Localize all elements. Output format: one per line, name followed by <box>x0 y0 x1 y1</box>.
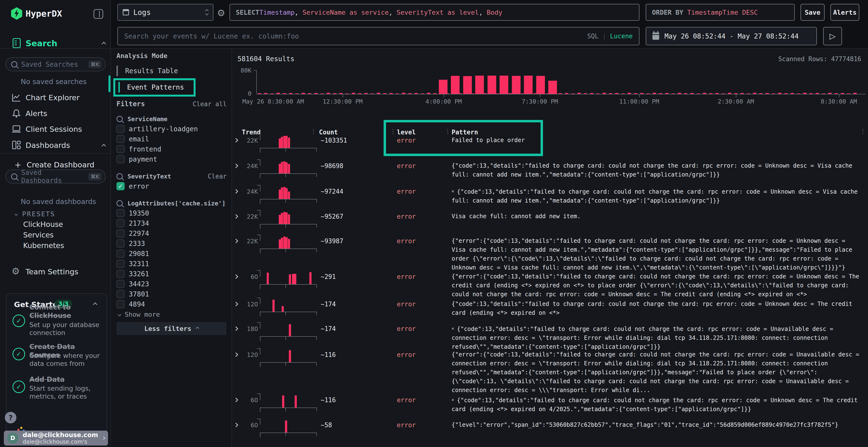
table-row[interactable]: 180~174error×{"code":13,"details":"faile… <box>232 325 868 328</box>
date-range-picker[interactable]: May 26 08:52:44 - May 27 08:52:44 <box>646 27 817 45</box>
table-row[interactable]: 22K~93987error{"error":{"code":13,"detai… <box>232 238 868 240</box>
saved-dashboards-input[interactable]: Saved Dashboards ⌘K <box>5 170 105 183</box>
filter-option-label: 29081 <box>129 250 149 258</box>
sidebar-item-team-settings[interactable]: Team Settings <box>26 267 79 276</box>
column-header-trend[interactable]: Trend <box>242 129 261 136</box>
order-by-input[interactable]: ORDER BY TimestampTime DESC <box>646 4 795 21</box>
sidebar-item-alerts[interactable]: Alerts <box>26 109 47 118</box>
clear-filter-button[interactable]: Clear <box>208 173 227 180</box>
sidebar-item-services[interactable]: Services <box>23 231 54 239</box>
save-button[interactable]: Save <box>801 4 825 21</box>
checkbox[interactable] <box>117 260 125 268</box>
table-row[interactable]: 24K~98698error{"code":13,"details":"fail… <box>232 163 868 165</box>
histogram-bar[interactable] <box>475 76 484 94</box>
search-icon[interactable] <box>117 173 123 179</box>
histogram-bar[interactable] <box>536 76 545 94</box>
histogram-bar[interactable] <box>463 76 472 94</box>
search-collapse-chevron-icon[interactable] <box>101 42 106 46</box>
checkbox[interactable] <box>117 280 125 288</box>
less-filters-button[interactable]: Less filters <box>117 322 226 335</box>
histogram-bar[interactable] <box>439 80 447 94</box>
histogram-bar[interactable] <box>488 76 496 94</box>
filter-option-2333[interactable]: 2333 <box>117 238 227 248</box>
checkbox[interactable] <box>117 239 125 248</box>
filter-option-error[interactable]: ✓error <box>117 181 227 191</box>
collapse-sidebar-icon[interactable] <box>94 9 103 19</box>
histogram-bar[interactable] <box>451 76 460 94</box>
checkbox[interactable] <box>117 300 125 308</box>
table-row[interactable]: 60~291error{"error":{"code":13,"details"… <box>232 274 868 276</box>
filter-option-payment[interactable]: payment <box>117 154 227 164</box>
mini-bar <box>596 94 600 94</box>
filter-option-4894[interactable]: 4894 <box>117 299 227 309</box>
mini-bar <box>734 93 738 94</box>
filter-option-21734[interactable]: 21734 <box>117 218 227 228</box>
spark-bar <box>288 192 290 199</box>
table-row[interactable]: 120~116error{"error":{"code":13,"details… <box>232 352 868 354</box>
histogram-bar[interactable] <box>548 81 557 94</box>
sidebar-item-kubernetes[interactable]: Kubernetes <box>23 241 64 250</box>
checkbox[interactable] <box>117 135 125 143</box>
filter-option-22974[interactable]: 22974 <box>117 228 227 238</box>
sidebar-item-clickhouse[interactable]: ClickHouse <box>23 220 63 229</box>
user-menu[interactable]: D dale@clickhouse.com dale@clickhouse.co… <box>4 431 108 446</box>
dashboards-collapse-chevron-icon[interactable] <box>101 144 106 148</box>
presets-toggle[interactable]: PRESETS <box>15 210 55 218</box>
mode-event-patterns[interactable]: Event Patterns <box>118 82 184 93</box>
checkbox[interactable] <box>117 209 125 217</box>
lucene-search-input[interactable]: Search your events w/ Lucene ex. column:… <box>117 27 640 45</box>
filter-option-29081[interactable]: 29081 <box>117 248 227 259</box>
table-row[interactable]: 24K~97244error×{"code":13,"details":"fai… <box>232 188 868 191</box>
lucene-language-toggle[interactable]: Lucene <box>610 33 633 40</box>
sidebar-item-chart-explorer[interactable]: Chart Explorer <box>26 93 80 102</box>
filter-option-email[interactable]: email <box>117 134 227 144</box>
histogram-bar[interactable] <box>524 76 533 94</box>
sidebar-scrollbar-thumb[interactable] <box>108 75 111 92</box>
mini-bar <box>258 93 261 94</box>
create-dashboard-button[interactable]: + Create Dashboard <box>14 160 94 170</box>
sidebar-item-dashboards[interactable]: Dashboards <box>26 141 70 149</box>
column-header-count[interactable]: Count <box>319 129 338 136</box>
checkbox[interactable] <box>117 290 125 298</box>
histogram-bar[interactable] <box>500 76 508 94</box>
sidebar-item-search[interactable]: Search <box>26 38 57 48</box>
filter-option-19350[interactable]: 19350 <box>117 208 227 218</box>
checkbox[interactable] <box>117 249 125 258</box>
checkbox[interactable] <box>117 219 125 227</box>
run-query-button[interactable]: ▷ <box>823 27 842 45</box>
select-query-input[interactable]: SELECT Timestamp , ServiceName as servic… <box>229 4 640 21</box>
table-row[interactable]: 120~174error{"code":13,"details":"failed… <box>232 301 868 304</box>
checkbox-checked[interactable]: ✓ <box>117 182 125 190</box>
help-button[interactable]: ? <box>5 412 17 423</box>
results-histogram[interactable]: 80K0May 26 8:30:00 AM12:30:00 PM4:00:00 … <box>232 49 868 109</box>
filter-option-37801[interactable]: 37801 <box>117 289 227 299</box>
mini-bar <box>690 93 694 94</box>
alerts-button[interactable]: Alerts <box>830 4 859 21</box>
saved-searches-input[interactable]: Saved Searches ⌘K <box>5 57 105 71</box>
checkbox[interactable] <box>117 229 125 238</box>
clear-all-button[interactable]: Clear all <box>193 100 227 108</box>
mode-results-table[interactable]: Results Table <box>117 65 227 76</box>
table-row[interactable]: 22K~95267errorVisa cache full: cannot ad… <box>232 213 868 216</box>
table-row[interactable]: 60~116error×{"code":13,"details":"failed… <box>232 397 868 399</box>
checkbox[interactable] <box>117 145 125 153</box>
search-icon[interactable] <box>117 200 123 206</box>
checkbox[interactable] <box>117 155 125 163</box>
filter-option-32311[interactable]: 32311 <box>117 259 227 269</box>
show-more-button[interactable]: Show more <box>118 311 227 318</box>
table-options-icon[interactable]: ⋮ <box>860 128 866 135</box>
sidebar-item-client-sessions[interactable]: Client Sessions <box>26 125 82 133</box>
filter-option-artillery-loadgen[interactable]: artillery-loadgen <box>117 124 227 134</box>
table-row[interactable]: 60~58error{"level":"error","span_id":"53… <box>232 422 868 424</box>
filter-option-33261[interactable]: 33261 <box>117 269 227 279</box>
search-icon[interactable] <box>117 116 123 122</box>
table-row[interactable]: 22K~103351errorFailed to place order <box>232 137 868 140</box>
filter-option-frontend[interactable]: frontend <box>117 144 227 154</box>
checkbox[interactable] <box>117 270 125 278</box>
source-select[interactable]: Logs <box>117 4 213 21</box>
checkbox[interactable] <box>117 125 125 133</box>
sql-language-toggle[interactable]: SQL <box>587 33 598 40</box>
source-settings-gear-icon[interactable]: ⚙ <box>217 8 225 18</box>
histogram-bar[interactable] <box>512 76 521 94</box>
filter-option-34423[interactable]: 34423 <box>117 279 227 289</box>
